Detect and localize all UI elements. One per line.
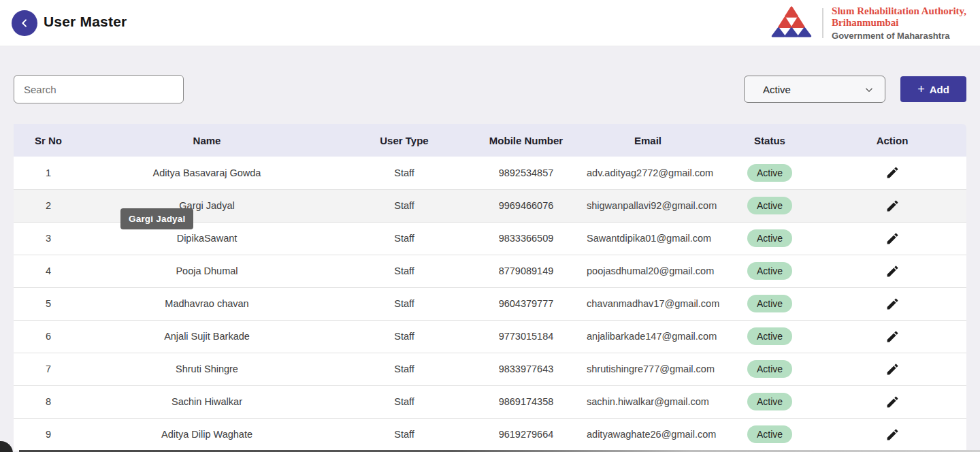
org-logo: Slum Rehabilitation Authority, Brihanmum… bbox=[769, 5, 966, 41]
app-bar: User Master Slum Rehabilitation Authorit… bbox=[0, 0, 980, 46]
status-badge: Active bbox=[747, 360, 792, 378]
table-row[interactable]: 9 Aditya Dilip Waghate Staff 9619279664 … bbox=[14, 418, 966, 451]
cell-user-type: Staff bbox=[331, 157, 478, 189]
column-header: Action bbox=[818, 124, 966, 157]
add-button[interactable]: + Add bbox=[900, 76, 966, 102]
cell-status: Active bbox=[721, 418, 818, 451]
back-button[interactable] bbox=[12, 10, 37, 36]
cell-action bbox=[818, 385, 966, 418]
edit-pencil-icon bbox=[885, 264, 900, 278]
cell-mobile: 8779089149 bbox=[478, 255, 574, 287]
cell-user-type: Staff bbox=[331, 385, 478, 418]
cell-name: Madhavrao chavan bbox=[83, 287, 331, 320]
status-badge: Active bbox=[747, 197, 792, 214]
status-badge: Active bbox=[747, 229, 792, 247]
cell-sr-no: 4 bbox=[14, 255, 83, 287]
cell-user-type: Staff bbox=[331, 222, 478, 255]
edit-button[interactable] bbox=[882, 359, 902, 379]
cell-action bbox=[818, 222, 966, 255]
cell-email: poojasdhumal20@gmail.com bbox=[574, 255, 721, 287]
cell-sr-no: 7 bbox=[14, 353, 83, 385]
cell-sr-no: 8 bbox=[14, 385, 83, 418]
cell-status: Active bbox=[721, 287, 818, 320]
column-header: Name bbox=[83, 124, 331, 157]
cell-action bbox=[818, 287, 966, 320]
edit-button[interactable] bbox=[882, 424, 902, 445]
bottom-left-fab[interactable] bbox=[0, 441, 13, 452]
cell-user-type: Staff bbox=[331, 287, 478, 320]
table-row[interactable]: 6 Anjali Sujit Barkade Staff 9773015184 … bbox=[14, 320, 966, 353]
cell-status: Active bbox=[721, 353, 818, 385]
cell-sr-no: 3 bbox=[14, 222, 83, 255]
table-header-row: Sr NoNameUser TypeMobile NumberEmailStat… bbox=[14, 124, 966, 157]
edit-pencil-icon bbox=[885, 231, 900, 246]
table-row[interactable]: 8 Sachin Hiwalkar Staff 9869174358 sachi… bbox=[14, 385, 966, 418]
org-subtitle: Government of Maharashtra bbox=[832, 31, 966, 41]
cell-email: sachin.hiwalkar@gmail.com bbox=[574, 385, 721, 418]
cell-action bbox=[818, 353, 966, 385]
table-row[interactable]: 5 Madhavrao chavan Staff 9604379777 chav… bbox=[14, 287, 966, 320]
cell-status: Active bbox=[721, 255, 818, 287]
edit-button[interactable] bbox=[882, 293, 902, 314]
table-row[interactable]: 7 Shruti Shingre Staff 9833977643 shruti… bbox=[14, 353, 966, 385]
cell-action bbox=[818, 418, 966, 451]
cell-sr-no: 9 bbox=[14, 418, 83, 451]
cell-sr-no: 5 bbox=[14, 287, 83, 320]
cell-sr-no: 2 bbox=[14, 189, 83, 222]
cell-email: shrutishingre777@gmail.com bbox=[574, 353, 721, 385]
logo-divider bbox=[822, 8, 823, 38]
edit-pencil-icon bbox=[885, 199, 900, 213]
cell-email: adv.adityag2772@gmail.com bbox=[574, 157, 721, 189]
edit-pencil-icon bbox=[885, 329, 900, 344]
edit-button[interactable] bbox=[882, 163, 902, 183]
cell-user-type: Staff bbox=[331, 320, 478, 353]
cell-name: Sachin Hiwalkar bbox=[83, 385, 331, 418]
cell-mobile: 9619279664 bbox=[478, 418, 574, 451]
edit-button[interactable] bbox=[882, 326, 902, 346]
table-row[interactable]: 4 Pooja Dhumal Staff 8779089149 poojasdh… bbox=[14, 255, 966, 287]
cell-sr-no: 6 bbox=[14, 320, 83, 353]
cell-mobile: 9833977643 bbox=[478, 353, 574, 385]
cell-mobile: 9892534857 bbox=[478, 157, 574, 189]
plus-icon: + bbox=[917, 83, 925, 95]
cell-user-type: Staff bbox=[331, 418, 478, 451]
cell-status: Active bbox=[721, 385, 818, 418]
org-name-line2: Brihanmumbai bbox=[832, 17, 966, 29]
edit-button[interactable] bbox=[882, 228, 902, 248]
cell-sr-no: 1 bbox=[14, 157, 83, 189]
column-header: Status bbox=[721, 124, 818, 157]
status-badge: Active bbox=[747, 262, 792, 280]
page-title: User Master bbox=[44, 14, 127, 30]
cell-user-type: Staff bbox=[331, 353, 478, 385]
cell-mobile: 9604379777 bbox=[478, 287, 574, 320]
edit-button[interactable] bbox=[882, 391, 902, 412]
status-badge: Active bbox=[747, 393, 792, 410]
cell-name: Anjali Sujit Barkade bbox=[83, 320, 331, 353]
cell-name: Aditya Dilip Waghate bbox=[83, 418, 331, 451]
cell-email: anjalibarkade147@gmail.com bbox=[574, 320, 721, 353]
column-header: Sr No bbox=[14, 124, 83, 157]
cell-status: Active bbox=[721, 157, 818, 189]
cell-action bbox=[818, 157, 966, 189]
column-header: Email bbox=[574, 124, 721, 157]
status-badge: Active bbox=[747, 425, 792, 443]
status-filter-select[interactable]: Active bbox=[744, 76, 885, 103]
name-tooltip: Gargi Jadyal bbox=[120, 208, 193, 229]
cell-name: Aditya Basavaraj Gowda bbox=[83, 157, 331, 189]
search-input[interactable] bbox=[14, 75, 184, 103]
edit-pencil-icon bbox=[885, 362, 900, 376]
sra-triangle-logo-icon bbox=[769, 5, 822, 41]
cell-status: Active bbox=[721, 320, 818, 353]
edit-button[interactable] bbox=[882, 261, 902, 281]
chevron-down-icon bbox=[864, 85, 874, 97]
cell-status: Active bbox=[721, 189, 818, 222]
status-badge: Active bbox=[747, 327, 792, 345]
edit-pencil-icon bbox=[885, 297, 900, 311]
cell-mobile: 9833366509 bbox=[478, 222, 574, 255]
cell-mobile: 9969466076 bbox=[478, 189, 574, 222]
table-row[interactable]: 1 Aditya Basavaraj Gowda Staff 989253485… bbox=[14, 157, 966, 189]
chevron-left-icon bbox=[19, 18, 30, 29]
cell-email: Sawantdipika01@gmail.com bbox=[574, 222, 721, 255]
add-button-label: Add bbox=[930, 84, 949, 95]
edit-button[interactable] bbox=[882, 195, 902, 216]
